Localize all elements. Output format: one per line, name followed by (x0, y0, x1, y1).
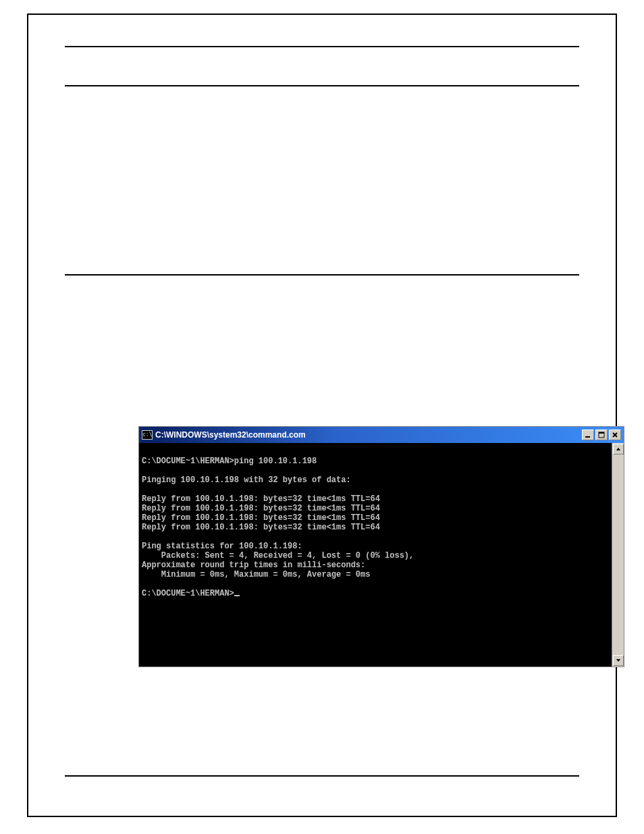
svg-rect-2 (599, 432, 604, 434)
header-rule-bottom (65, 85, 579, 86)
scroll-down-button[interactable] (613, 655, 624, 666)
close-icon (612, 432, 618, 438)
terminal-body: C:\DOCUME~1\HERMAN>ping 100.10.1.198 Pin… (139, 443, 624, 667)
header-rule-top (65, 46, 579, 47)
cmd-icon (142, 430, 153, 440)
footer-rule (65, 775, 579, 777)
terminal-output[interactable]: C:\DOCUME~1\HERMAN>ping 100.10.1.198 Pin… (142, 447, 610, 664)
scroll-up-button[interactable] (613, 444, 624, 454)
scrollbar[interactable] (612, 443, 624, 667)
maximize-icon (598, 432, 605, 438)
svg-rect-0 (585, 436, 590, 438)
page-border (27, 14, 617, 817)
minimize-icon (585, 432, 591, 438)
section-rule (65, 274, 579, 276)
chevron-up-icon (616, 446, 621, 452)
close-button[interactable] (609, 429, 621, 440)
window-title: C:\WINDOWS\system32\command.com (155, 430, 582, 440)
maximize-button[interactable] (595, 429, 608, 440)
titlebar[interactable]: C:\WINDOWS\system32\command.com (139, 427, 624, 443)
command-prompt-window: C:\WINDOWS\system32\command.com C:\DOCUM… (138, 426, 624, 667)
minimize-button[interactable] (582, 429, 594, 440)
window-controls (582, 429, 621, 440)
chevron-down-icon (616, 658, 621, 663)
